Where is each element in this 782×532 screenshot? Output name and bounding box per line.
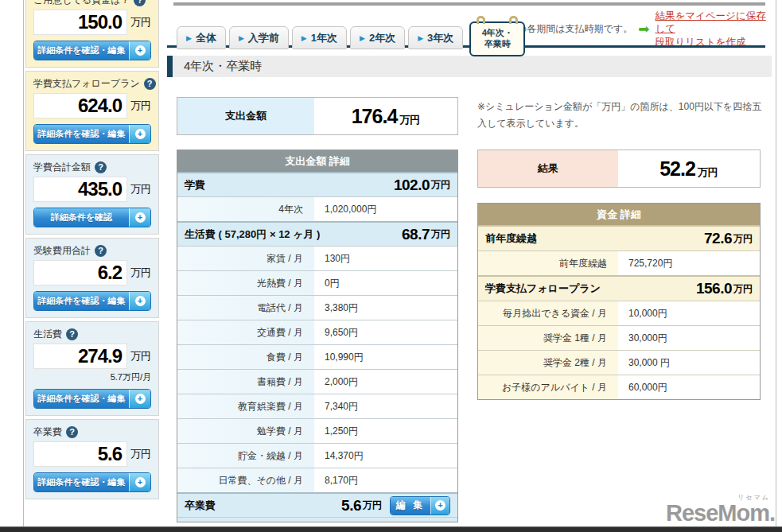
detail-conditions-button-label: 詳細条件を確認・編集	[34, 390, 129, 408]
sidebar-panel-value-row: 6.2万円	[33, 260, 151, 285]
detail-row-label: 4年次	[177, 197, 314, 221]
sidebar-panel-value: 150.0	[33, 10, 127, 35]
sidebar-panel-value: 274.9	[33, 344, 127, 369]
table-detail-row: 貯金・繰越 / 月14,370円	[177, 443, 457, 468]
save-to-mypage-link[interactable]: 結果をマイページに保存して 段取りリストを作成	[655, 10, 770, 49]
detail-row-value: 130円	[314, 247, 350, 270]
result-box: 結果 52.2 万円	[477, 150, 761, 188]
tab-label: 全体	[196, 31, 216, 45]
tab-1[interactable]: ▶全体	[177, 26, 226, 49]
detail-row-value: 60,000円	[618, 375, 667, 399]
sidebar-panel-value-row: 624.0万円	[33, 93, 151, 118]
top-divider	[173, 2, 765, 6]
plus-icon: +	[129, 208, 150, 227]
result-unit: 万円	[698, 165, 718, 180]
detail-conditions-button[interactable]: 詳細条件を確認・編集+	[33, 41, 151, 60]
tab-4th-year-graduation-active[interactable]: 4年次・ 卒業時	[469, 21, 525, 56]
help-icon[interactable]: ?	[144, 78, 156, 90]
expense-table-body: 学費102.0万円4年次1,020,000円生活費 ( 57,280円 × 12…	[177, 172, 457, 517]
sidebar-panel-label-text: ご用意してる資金は？	[33, 0, 130, 7]
detail-conditions-button-label: 詳細条件を確認・編集	[34, 125, 129, 143]
detail-row-value: 7,340円	[314, 394, 358, 418]
plus-icon: +	[129, 390, 150, 408]
section-row-value: 72.6	[704, 230, 732, 247]
tab-5[interactable]: ▶3年次	[408, 26, 463, 49]
sidebar-panel-value-row: 435.0万円	[33, 177, 151, 202]
active-tab-label-line2: 卒業時	[484, 39, 511, 50]
help-icon[interactable]: ?	[95, 245, 107, 257]
clipped-next-row	[177, 517, 457, 522]
tab-arrow-icon: ▶	[360, 34, 365, 42]
detail-row-label: 食費 / 月	[177, 345, 314, 369]
plus-glyph: +	[135, 394, 146, 404]
detail-row-label: 奨学金 2種 / 月	[478, 351, 618, 375]
tab-arrow-icon: ▶	[186, 34, 192, 42]
section-row-label: 前年度繰越	[485, 231, 537, 246]
detail-conditions-button[interactable]: 詳細条件を確認・編集+	[33, 472, 151, 492]
tab-3[interactable]: ▶1年次	[292, 26, 347, 49]
green-arrow-icon: ➡	[638, 22, 649, 36]
detail-row-label: 電話代 / 月	[177, 296, 314, 320]
table-section-row: 生活費 ( 57,280円 × 12 ヶ月 )68.7万円	[177, 221, 457, 246]
tab-label: 2年次	[369, 31, 395, 45]
table-section-row: 学費支払フォロープラン156.0万円	[478, 275, 760, 301]
tab-label: 入学前	[248, 31, 279, 45]
result-value: 52.2 万円	[618, 150, 760, 187]
section-row-value: 68.7	[402, 226, 430, 243]
sidebar-panel-unit: 万円	[130, 99, 151, 113]
sidebar-panel-label-text: 生活費	[33, 328, 62, 341]
plus-glyph: +	[135, 45, 146, 56]
table-detail-row: 交通費 / 月9,650円	[177, 320, 457, 344]
sidebar-panel-label: 学費支払フォロープラン?	[33, 77, 151, 90]
edit-button[interactable]: 編 集+	[390, 496, 450, 515]
sidebar-panel-value: 6.2	[33, 260, 127, 285]
table-detail-row: 光熱費 / 月0円	[177, 270, 457, 295]
section-row-label: 卒業費	[185, 499, 216, 513]
sidebar-panel-4: 受験費用合計?6.2万円詳細条件を確認・編集+	[25, 238, 159, 318]
help-icon[interactable]: ?	[66, 426, 78, 438]
help-icon[interactable]: ?	[66, 328, 78, 340]
detail-row-label: 日常費、その他 / 月	[177, 468, 314, 492]
detail-row-label: 前年度繰越	[478, 251, 618, 275]
sidebar-panel-label: 生活費?	[33, 328, 151, 340]
sidebar-panel-label: ご用意してる資金は？?	[33, 0, 151, 6]
sidebar-panel-3: 学費合計金額?435.0万円詳細条件を確認+	[25, 154, 159, 235]
table-detail-row: 電話代 / 月3,380円	[177, 295, 457, 320]
plus-glyph: +	[135, 477, 146, 487]
save-link-line1: 結果をマイページに保存して	[655, 10, 765, 34]
plus-icon: +	[129, 125, 150, 143]
table-section-row: 卒業費5.6万円編 集+	[177, 492, 457, 517]
sidebar-panel-label: 学費合計金額?	[33, 161, 151, 173]
plus-icon: +	[129, 292, 150, 310]
tab-pin-icon	[477, 16, 485, 24]
sidebar-panel-value-row: 274.9万円	[33, 344, 151, 369]
detail-row-label: 教育娯楽費 / 月	[177, 394, 314, 418]
detail-conditions-button[interactable]: 詳細条件を確認+	[33, 208, 151, 227]
table-detail-row: 4年次1,020,000円	[177, 196, 457, 221]
detail-row-value: 10,000円	[618, 301, 667, 325]
detail-row-value: 3,380円	[314, 296, 358, 320]
sidebar-panel-5: 生活費?274.9万円5.7万円/月詳細条件を確認・編集+	[25, 321, 159, 416]
table-detail-row: 食費 / 月10,990円	[177, 344, 457, 369]
detail-conditions-button[interactable]: 詳細条件を確認・編集+	[33, 389, 151, 409]
detail-conditions-button-label: 詳細条件を確認・編集	[34, 292, 129, 310]
funds-table-header: 資金 詳細	[478, 204, 760, 225]
tab-2[interactable]: ▶入学前	[229, 26, 289, 49]
section-row-label: 生活費 ( 57,280円 × 12 ヶ月 )	[185, 227, 320, 242]
sidebar-panel-value: 435.0	[33, 177, 127, 202]
sidebar-panel-unit: 万円	[130, 182, 151, 196]
table-section-row: 前年度繰越72.6万円	[478, 225, 760, 250]
section-row-value: 102.0	[394, 177, 430, 194]
detail-row-label: 貯金・繰越 / 月	[177, 444, 314, 468]
plus-glyph: +	[435, 500, 445, 511]
detail-conditions-button[interactable]: 詳細条件を確認・編集+	[33, 124, 151, 144]
detail-conditions-button-label: 詳細条件を確認	[34, 208, 129, 227]
detail-conditions-button[interactable]: 詳細条件を確認・編集+	[33, 291, 151, 311]
help-icon[interactable]: ?	[95, 161, 107, 173]
tab-arrow-icon: ▶	[239, 34, 244, 42]
detail-row-value: 0円	[314, 271, 340, 295]
table-detail-row: 教育娯楽費 / 月7,340円	[177, 394, 457, 418]
tab-4[interactable]: ▶2年次	[350, 26, 405, 49]
section-row-unit: 万円	[431, 227, 450, 241]
help-icon[interactable]: ?	[134, 0, 146, 6]
